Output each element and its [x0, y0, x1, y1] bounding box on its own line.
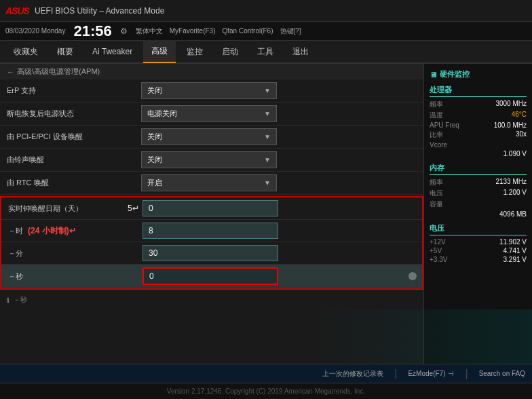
mem-cap-value: 4096 MB	[430, 210, 527, 218]
ring-wake-row: 由铃声唤醒 关闭 ▼	[0, 149, 423, 172]
ez-mode-item[interactable]: EzMode(F7) ⊣	[408, 370, 454, 377]
back-arrow-icon[interactable]: ←	[7, 68, 14, 76]
apu-freq-value: 100.0 MHz	[494, 121, 527, 129]
mem-cap-row: 4096 MB	[430, 210, 527, 218]
hour-label: －时 (24 小时制)↵	[1, 221, 137, 241]
right-panel: 🖥 硬件监控 处理器 频率 3000 MHz 温度 46°C APU Freq …	[423, 64, 532, 364]
hour-value	[137, 220, 422, 242]
bottom-bar: 上一次的修改记录表 | EzMode(F7) ⊣ | Search on FAQ	[0, 364, 532, 383]
mem-cap-label: 容量	[430, 200, 443, 209]
hour-input[interactable]	[142, 223, 278, 239]
power-restore-row: 断电恢复后电源状态 电源关闭 ▼	[0, 102, 423, 126]
search-faq-item[interactable]: Search on FAQ	[479, 370, 525, 377]
second-row: －秒	[1, 265, 422, 288]
nav-favorites[interactable]: 收藏夹	[5, 40, 46, 63]
3v-value: 3.291 V	[504, 256, 527, 263]
dropdown-arrow-icon: ▼	[264, 133, 271, 140]
nav-ai-tweaker[interactable]: Ai Tweaker	[84, 40, 140, 63]
vcore-value-row: 1.090 V	[430, 150, 527, 157]
nav-boot[interactable]: 启动	[214, 40, 246, 63]
vcore-value: 1.090 V	[430, 150, 527, 157]
power-restore-dropdown[interactable]: 电源关闭 ▼	[141, 105, 277, 122]
cursor-icon	[408, 272, 417, 280]
ez-mode-icon: ⊣	[448, 370, 454, 377]
mem-cap-label-row: 容量	[430, 200, 527, 209]
ring-wake-label: 由铃声唤醒	[0, 151, 136, 169]
mem-freq-value: 2133 MHz	[495, 178, 527, 187]
rtc-date-label: 实时钟唤醒日期（天）	[1, 200, 137, 218]
erp-value: 关闭 ▼	[136, 79, 423, 102]
main-nav: 收藏夹 概要 Ai Tweaker 高级 监控 启动 工具 退出	[0, 41, 532, 64]
cpu-freq-value: 3000 MHz	[495, 100, 527, 109]
rtc-wake-dropdown[interactable]: 开启 ▼	[141, 174, 277, 191]
gear-icon[interactable]: ⚙	[120, 26, 128, 36]
dropdown-arrow-icon: ▼	[264, 87, 271, 94]
asus-logo: ASUS	[5, 5, 29, 16]
mem-freq-label: 频率	[430, 178, 443, 187]
second-value	[137, 265, 422, 288]
settings-table: ErP 支持 关闭 ▼ 断电恢复后电源状态 电源关闭 ▼	[0, 79, 423, 290]
vcore-label: Vcore	[430, 141, 447, 149]
myfavorite-item[interactable]: MyFavorite(F3)	[170, 27, 216, 35]
last-change-item[interactable]: 上一次的修改记录表	[322, 369, 383, 379]
time-display: 21:56	[73, 22, 111, 40]
bios-title: UEFI BIOS Utility – Advanced Mode	[35, 6, 164, 16]
mem-voltage-value: 1.200 V	[504, 189, 527, 198]
dropdown-arrow-icon: ▼	[264, 156, 271, 164]
nav-exit[interactable]: 退出	[284, 40, 317, 63]
minute-input[interactable]	[142, 245, 278, 261]
nav-monitor[interactable]: 监控	[178, 40, 211, 63]
cpu-freq-row: 频率 3000 MHz	[430, 100, 527, 109]
qfan-item[interactable]: Qfan Control(F6)	[222, 27, 273, 35]
apu-freq-label: APU Freq	[430, 121, 459, 129]
hotkey-item[interactable]: 热键[?]	[280, 26, 301, 36]
ratio-value: 30x	[516, 130, 527, 140]
minute-row: －分	[1, 242, 422, 265]
12v-row: +12V 11.902 V	[430, 238, 527, 246]
left-panel: ← 高级\高级电源管理(APM) ErP 支持 关闭 ▼ 断电恢复后电源状态	[0, 64, 423, 364]
voltage-section-title: 电压	[430, 223, 527, 235]
hour-24-label: (24 小时制)↵	[28, 226, 76, 235]
number-indicator: 5↵	[124, 204, 143, 213]
ring-wake-dropdown[interactable]: 关闭 ▼	[141, 151, 277, 168]
12v-label: +12V	[430, 238, 446, 246]
nav-advanced[interactable]: 高级	[143, 40, 176, 63]
breadcrumb: ← 高级\高级电源管理(APM)	[0, 64, 423, 79]
search-faq-text: Search on FAQ	[479, 370, 525, 377]
pcie-wake-value: 关闭 ▼	[136, 126, 423, 148]
footer-bar: Version 2.17.1246. Copyright (C) 2019 Am…	[0, 383, 532, 399]
nav-overview[interactable]: 概要	[49, 40, 81, 63]
second-input[interactable]	[142, 267, 278, 285]
pcie-wake-dropdown[interactable]: 关闭 ▼	[141, 128, 277, 145]
rtc-wake-label: 由 RTC 唤醒	[0, 174, 136, 192]
info-icon: ℹ	[7, 297, 10, 304]
footer-text: Version 2.17.1246. Copyright (C) 2019 Am…	[167, 387, 365, 395]
pcie-wake-label: 由 PCI-E/PCI 设备唤醒	[0, 128, 136, 146]
date-display: 08/03/2020 Monday	[5, 27, 65, 35]
rtc-date-row: 实时钟唤醒日期（天） 5↵	[1, 197, 422, 220]
dropdown-arrow-icon: ▼	[264, 110, 271, 117]
3v-label: +3.3V	[430, 256, 447, 263]
rtc-date-input[interactable]	[142, 200, 278, 216]
power-restore-value: 电源关闭 ▼	[136, 102, 423, 125]
power-restore-label: 断电恢复后电源状态	[0, 104, 136, 123]
memory-section-title: 内存	[430, 163, 527, 175]
processor-section-title: 处理器	[430, 85, 527, 97]
ez-mode-text: EzMode(F7)	[408, 370, 445, 377]
hour-row: －时 (24 小时制)↵	[1, 220, 422, 242]
status-bar: 08/03/2020 Monday 21:56 ⚙ 繁体中文 MyFavorit…	[0, 22, 532, 41]
minute-label: －分	[1, 244, 137, 263]
cpu-temp-label: 温度	[430, 111, 443, 120]
ratio-row: 比率 30x	[430, 130, 527, 140]
3v-row: +3.3V 3.291 V	[430, 256, 527, 263]
erp-dropdown[interactable]: 关闭 ▼	[141, 82, 277, 99]
cpu-temp-row: 温度 46°C	[430, 111, 527, 120]
dropdown-arrow-icon: ▼	[264, 179, 271, 187]
right-panel-title: 🖥 硬件监控	[430, 69, 527, 79]
header-bar: ASUS UEFI BIOS Utility – Advanced Mode	[0, 0, 532, 22]
nav-tools[interactable]: 工具	[249, 40, 282, 63]
rtc-wake-value: 开启 ▼	[136, 172, 423, 194]
12v-value: 11.902 V	[499, 238, 527, 246]
language-item[interactable]: 繁体中文	[136, 26, 163, 36]
rtc-input-section: 实时钟唤醒日期（天） 5↵ －时 (24 小时制)↵	[0, 196, 423, 290]
